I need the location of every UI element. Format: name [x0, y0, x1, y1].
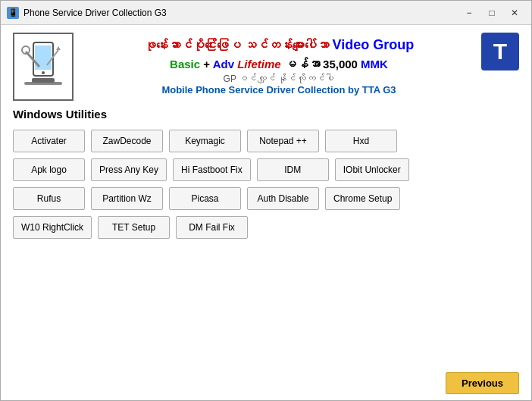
button-row-2: Apk logo Press Any Key Hi Fastboot Fix I…: [13, 158, 519, 181]
mmk-label: MMK: [361, 58, 388, 70]
header-text-block: ဖုန်းဆောင်ပိုင်းဖြေပြေ သင်တန်းများပေါ်သေ…: [83, 33, 475, 102]
hifastbootfix-btn[interactable]: Hi Fastboot Fix: [173, 158, 251, 181]
logo-svg: [17, 36, 70, 97]
partitionwz-btn[interactable]: Partition Wz: [91, 187, 163, 210]
windows-utilities-title: Windows Utilities: [13, 108, 519, 121]
adv-label: Adv: [213, 58, 234, 70]
svg-rect-1: [32, 78, 55, 83]
header-section: ဖုန်းဆောင်ပိုင်းဖြေပြေ သင်တန်းများပေါ်သေ…: [13, 33, 519, 102]
apklogo-btn[interactable]: Apk logo: [13, 158, 85, 181]
lifetime-label: Lifetime: [237, 58, 281, 70]
idm-btn[interactable]: IDM: [257, 158, 329, 181]
dmfailfix-btn[interactable]: DM Fail Fix: [176, 216, 248, 239]
previous-button[interactable]: Previous: [446, 372, 519, 394]
keymagic-btn[interactable]: Keymagic: [169, 130, 241, 152]
gp-line: GP ဝင်လျှင် နိုင်လိုကင်ပါ: [224, 74, 335, 84]
price-label: မန်အာ 35,000: [284, 58, 358, 70]
activater-btn[interactable]: Activater: [13, 130, 85, 152]
iobitunlocker-btn[interactable]: IObit Unlocker: [335, 158, 409, 181]
button-row-4: W10 RightClick TET Setup DM Fail Fix: [13, 216, 519, 239]
pressanykey-btn[interactable]: Press Any Key: [91, 158, 167, 181]
authdisable-btn[interactable]: Auth Disable: [247, 187, 319, 210]
w10rightclick-btn[interactable]: W10 RightClick: [13, 216, 92, 239]
header-line2: Basic + Adv Lifetime မန်အာ 35,000 MMK: [170, 58, 388, 70]
close-button[interactable]: ✕: [504, 5, 525, 21]
video-group-text: Video Group: [333, 37, 415, 52]
t-logo: T: [481, 33, 519, 70]
hxd-btn[interactable]: Hxd: [325, 130, 397, 152]
content-area: ဖုန်းဆောင်ပိုင်းဖြေပြေ သင်တန်းများပေါ်သေ…: [1, 25, 531, 366]
buttons-grid: Activater ZawDecode Keymagic Notepad ++ …: [13, 130, 519, 239]
window-controls: − □ ✕: [458, 5, 525, 21]
plus-label: +: [203, 58, 210, 70]
title-bar: 📱 Phone Service Driver Collection G3 − □…: [1, 1, 531, 25]
subtitle-text: Mobile Phone Service Driver Collection b…: [161, 84, 396, 96]
window-title: Phone Service Driver Collection G3: [23, 8, 458, 18]
minimize-button[interactable]: −: [458, 5, 480, 21]
header-line1: ဖုန်းဆောင်ပိုင်းဖြေပြေ သင်တန်းများပေါ်သေ…: [144, 36, 415, 55]
notepad-btn[interactable]: Notepad ++: [247, 130, 319, 152]
burmese-line1: ဖုန်းဆောင်ပိုင်းဖြေပြေ သင်တန်းများပေါ်သေ…: [144, 39, 329, 52]
maximize-button[interactable]: □: [481, 5, 502, 21]
tetsetup-btn[interactable]: TET Setup: [98, 216, 170, 239]
button-row-3: Rufus Partition Wz Picasa Auth Disable C…: [13, 187, 519, 210]
main-window: 📱 Phone Service Driver Collection G3 − □…: [0, 0, 532, 401]
rufus-btn[interactable]: Rufus: [13, 187, 85, 210]
logo-box: [13, 33, 74, 101]
app-icon: 📱: [7, 7, 19, 19]
zawdecode-btn[interactable]: ZawDecode: [91, 130, 163, 152]
footer: Previous: [1, 366, 531, 400]
basic-label: Basic: [170, 58, 200, 70]
svg-point-4: [42, 71, 45, 74]
svg-marker-8: [56, 46, 61, 50]
chromesetup-btn[interactable]: Chrome Setup: [325, 187, 400, 210]
button-row-1: Activater ZawDecode Keymagic Notepad ++ …: [13, 130, 519, 152]
picasa-btn[interactable]: Picasa: [169, 187, 241, 210]
